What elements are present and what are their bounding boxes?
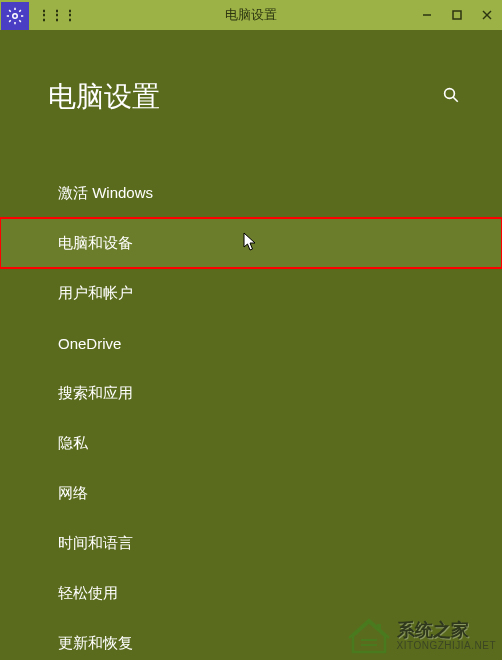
- svg-point-0: [13, 13, 18, 18]
- svg-rect-2: [453, 11, 461, 19]
- cursor-icon: [243, 232, 259, 252]
- menu-item-label: 轻松使用: [58, 584, 118, 603]
- maximize-button[interactable]: [442, 0, 472, 30]
- menu-item-activate-windows[interactable]: 激活 Windows: [0, 168, 502, 218]
- menu-item-search-apps[interactable]: 搜索和应用: [0, 368, 502, 418]
- menu-item-users-accounts[interactable]: 用户和帐户: [0, 268, 502, 318]
- titlebar: ⋮⋮⋮ 电脑设置: [0, 0, 502, 30]
- svg-rect-9: [377, 624, 381, 631]
- menu-item-time-language[interactable]: 时间和语言: [0, 518, 502, 568]
- menu-item-label: 隐私: [58, 434, 88, 453]
- app-icon[interactable]: [1, 2, 29, 30]
- menu-item-privacy[interactable]: 隐私: [0, 418, 502, 468]
- menu-item-label: OneDrive: [58, 335, 121, 352]
- menu-item-network[interactable]: 网络: [0, 468, 502, 518]
- menu-dots-icon[interactable]: ⋮⋮⋮: [37, 7, 76, 23]
- watermark-house-icon: [347, 618, 391, 654]
- minimize-button[interactable]: [412, 0, 442, 30]
- watermark-url: XITONGZHIJIA.NET: [397, 640, 497, 651]
- menu-item-label: 电脑和设备: [58, 234, 133, 253]
- menu-item-label: 网络: [58, 484, 88, 503]
- window-controls: [412, 0, 502, 30]
- window-title: 电脑设置: [225, 6, 277, 24]
- menu-item-onedrive[interactable]: OneDrive: [0, 318, 502, 368]
- menu-item-label: 激活 Windows: [58, 184, 153, 203]
- menu-item-label: 用户和帐户: [58, 284, 133, 303]
- page-title: 电脑设置: [48, 78, 442, 116]
- search-icon[interactable]: [442, 86, 460, 108]
- menu-item-pc-and-devices[interactable]: 电脑和设备: [0, 218, 502, 268]
- menu-item-label: 搜索和应用: [58, 384, 133, 403]
- svg-line-6: [453, 97, 458, 102]
- watermark: 系统之家 XITONGZHIJIA.NET: [347, 618, 497, 654]
- content-area: 电脑设置 激活 Windows 电脑和设备 用户和帐户 OneDrive 搜索和…: [0, 30, 502, 660]
- close-button[interactable]: [472, 0, 502, 30]
- menu-item-label: 更新和恢复: [58, 634, 133, 653]
- watermark-text: 系统之家 XITONGZHIJIA.NET: [397, 621, 497, 652]
- watermark-title: 系统之家: [397, 621, 497, 641]
- menu-item-label: 时间和语言: [58, 534, 133, 553]
- page-header: 电脑设置: [0, 30, 502, 116]
- settings-menu: 激活 Windows 电脑和设备 用户和帐户 OneDrive 搜索和应用 隐私…: [0, 168, 502, 660]
- svg-point-5: [445, 89, 455, 99]
- menu-item-ease-of-access[interactable]: 轻松使用: [0, 568, 502, 618]
